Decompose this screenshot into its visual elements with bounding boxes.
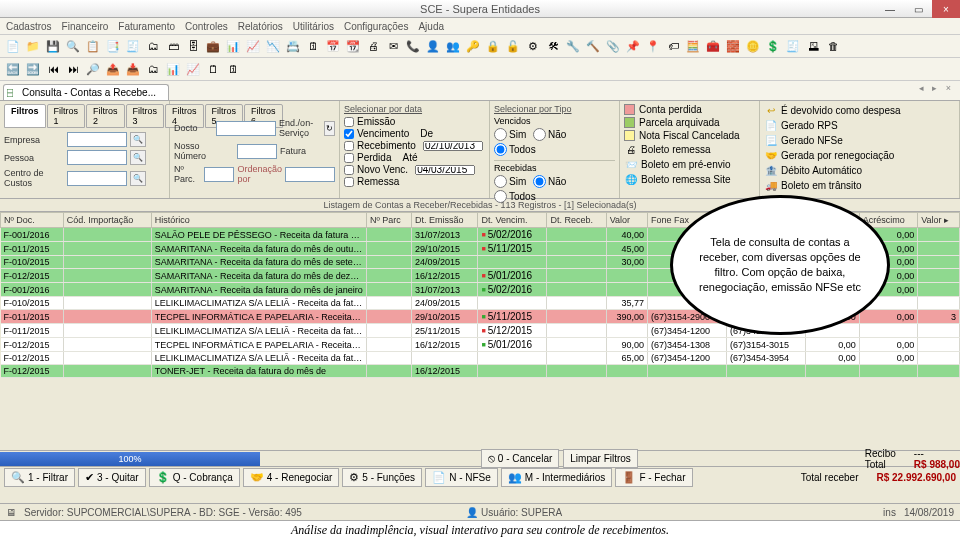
column-header[interactable]: Nº Parc [366, 213, 411, 228]
column-header[interactable]: Nº Doc. [1, 213, 64, 228]
toolbar-button-0[interactable]: 📄 [4, 37, 22, 55]
close-button[interactable]: × [932, 0, 960, 18]
toolbar-button-8[interactable]: 🗃 [164, 37, 182, 55]
toolbar-button-32[interactable]: 📍 [644, 37, 662, 55]
toolbar-button-9[interactable]: 📈 [184, 60, 202, 78]
cobranca-button[interactable]: 💲Q - Cobrança [149, 468, 240, 487]
toolbar-button-39[interactable]: 🧾 [784, 37, 802, 55]
toolbar-button-24[interactable]: 🔒 [484, 37, 502, 55]
toolbar-button-11[interactable]: 📊 [224, 37, 242, 55]
column-header[interactable]: Dt. Emissão [412, 213, 478, 228]
rec-sim-radio[interactable] [494, 175, 507, 188]
receb-check[interactable] [344, 141, 354, 151]
quitar-button[interactable]: ✔3 - Quitar [78, 468, 146, 487]
menu-utilitários[interactable]: Utilitários [293, 21, 334, 32]
toolbar-button-4[interactable]: 🔎 [84, 60, 102, 78]
clear-filters-button[interactable]: Limpar Filtros [563, 449, 638, 468]
toolbar-button-16[interactable]: 📅 [324, 37, 342, 55]
ordenacao-input[interactable] [285, 167, 335, 182]
ate-input[interactable] [415, 165, 475, 175]
lookup-icon[interactable]: 🔍 [130, 171, 146, 186]
tab-consulta-contas[interactable]: Consulta - Contas a Recebe... [3, 84, 169, 100]
cancel-button[interactable]: ⦸0 - Cancelar [481, 449, 559, 468]
column-header[interactable]: Valor ▸ [918, 213, 960, 228]
lookup-icon[interactable]: 🔍 [130, 132, 146, 147]
toolbar-button-10[interactable]: 🗒 [204, 60, 222, 78]
toolbar-button-38[interactable]: 💲 [764, 37, 782, 55]
toolbar-button-5[interactable]: 📑 [104, 37, 122, 55]
toolbar-button-31[interactable]: 📌 [624, 37, 642, 55]
filtrar-button[interactable]: 🔍1 - Filtrar [4, 468, 75, 487]
filter-tab-1[interactable]: Filtros 1 [47, 104, 86, 128]
toolbar-button-12[interactable]: 📈 [244, 37, 262, 55]
toolbar-button-13[interactable]: 📉 [264, 37, 282, 55]
toolbar-button-11[interactable]: 🗓 [224, 60, 242, 78]
toolbar-button-35[interactable]: 🧰 [704, 37, 722, 55]
menu-configurações[interactable]: Configurações [344, 21, 408, 32]
intermediarios-button[interactable]: 👥M - Intermediários [501, 468, 613, 487]
menu-financeiro[interactable]: Financeiro [62, 21, 109, 32]
toolbar-button-23[interactable]: 🔑 [464, 37, 482, 55]
toolbar-button-36[interactable]: 🧱 [724, 37, 742, 55]
toolbar-button-27[interactable]: 🛠 [544, 37, 562, 55]
toolbar-button-29[interactable]: 🔨 [584, 37, 602, 55]
column-header[interactable]: Dt. Vencim. [478, 213, 547, 228]
toolbar-button-2[interactable]: ⏮ [44, 60, 62, 78]
toolbar-button-37[interactable]: 🪙 [744, 37, 762, 55]
table-row[interactable]: F-012/2015TECPEL INFORMÁTICA E PAPELARIA… [1, 338, 960, 352]
toolbar-button-28[interactable]: 🔧 [564, 37, 582, 55]
refresh-icon[interactable]: ↻ [324, 121, 335, 136]
funcoes-button[interactable]: ⚙5 - Funções [342, 468, 422, 487]
lookup-icon[interactable]: 🔍 [130, 150, 146, 165]
toolbar-button-41[interactable]: 🗑 [824, 37, 842, 55]
toolbar-button-17[interactable]: 📆 [344, 37, 362, 55]
toolbar-button-25[interactable]: 🔓 [504, 37, 522, 55]
toolbar-button-40[interactable]: 🗳 [804, 37, 822, 55]
menu-faturamento[interactable]: Faturamento [118, 21, 175, 32]
toolbar-button-10[interactable]: 💼 [204, 37, 222, 55]
filter-tab-3[interactable]: Filtros 3 [126, 104, 165, 128]
toolbar-button-1[interactable]: 📁 [24, 37, 42, 55]
de-input[interactable] [423, 141, 483, 151]
toolbar-button-0[interactable]: 🔙 [4, 60, 22, 78]
nosso-input[interactable] [237, 144, 277, 159]
toolbar-button-18[interactable]: 🖨 [364, 37, 382, 55]
docto-input[interactable] [216, 121, 276, 136]
nfse-button[interactable]: 📄N - NFSe [425, 468, 498, 487]
toolbar-button-6[interactable]: 📥 [124, 60, 142, 78]
toolbar-button-2[interactable]: 💾 [44, 37, 62, 55]
toolbar-button-26[interactable]: ⚙ [524, 37, 542, 55]
column-header[interactable]: Histórico [151, 213, 366, 228]
toolbar-button-34[interactable]: 🧮 [684, 37, 702, 55]
menu-ajuda[interactable]: Ajuda [418, 21, 444, 32]
toolbar-button-5[interactable]: 📤 [104, 60, 122, 78]
toolbar-button-9[interactable]: 🗄 [184, 37, 202, 55]
empresa-input[interactable] [67, 132, 127, 147]
toolbar-button-7[interactable]: 🗂 [144, 37, 162, 55]
toolbar-button-8[interactable]: 📊 [164, 60, 182, 78]
toolbar-button-7[interactable]: 🗂 [144, 60, 162, 78]
venc-todos-radio[interactable] [494, 143, 507, 156]
centro-input[interactable] [67, 171, 127, 186]
filter-tab-2[interactable]: Filtros 2 [86, 104, 125, 128]
toolbar-button-6[interactable]: 🧾 [124, 37, 142, 55]
vencimento-check[interactable] [344, 129, 354, 139]
filter-tab-0[interactable]: Filtros [4, 104, 46, 128]
emissao-check[interactable] [344, 117, 354, 127]
menu-relatórios[interactable]: Relatórios [238, 21, 283, 32]
toolbar-button-15[interactable]: 🗓 [304, 37, 322, 55]
fechar-button[interactable]: 🚪F - Fechar [615, 468, 692, 487]
menu-controles[interactable]: Controles [185, 21, 228, 32]
venc-nao-radio[interactable] [533, 128, 546, 141]
mdi-buttons[interactable]: ◂ ▸ × [919, 83, 954, 93]
renegociar-button[interactable]: 🤝4 - Renegociar [243, 468, 340, 487]
column-header[interactable]: Valor [606, 213, 647, 228]
toolbar-button-19[interactable]: ✉ [384, 37, 402, 55]
table-row[interactable]: F-012/2015LELIKLIMACLIMATIZA S/A LELIÃ -… [1, 352, 960, 365]
column-header[interactable]: Cód. Importação [63, 213, 151, 228]
toolbar-button-3[interactable]: 🔍 [64, 37, 82, 55]
toolbar-button-22[interactable]: 👥 [444, 37, 462, 55]
rec-nao-radio[interactable] [533, 175, 546, 188]
venc-sim-radio[interactable] [494, 128, 507, 141]
pessoa-input[interactable] [67, 150, 127, 165]
